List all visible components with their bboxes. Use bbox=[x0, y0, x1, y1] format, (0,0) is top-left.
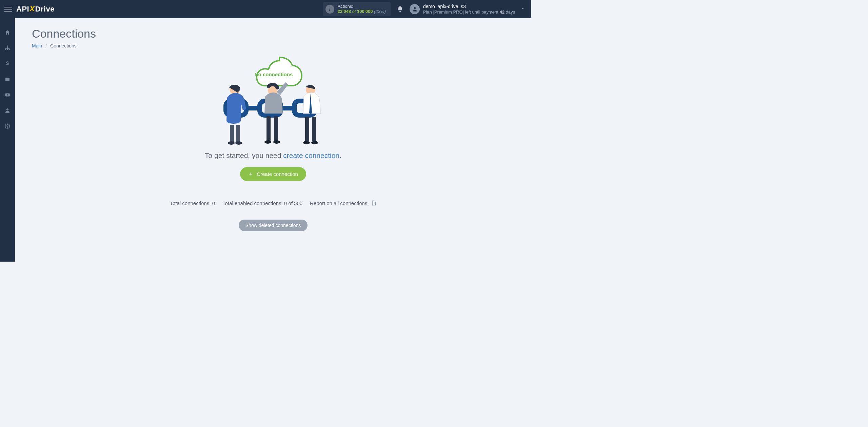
logo-part-api: API bbox=[16, 5, 29, 14]
svg-rect-26 bbox=[312, 117, 316, 141]
svg-point-6 bbox=[6, 108, 8, 110]
svg-point-27 bbox=[303, 141, 310, 144]
create-connection-button[interactable]: ＋ Create connection bbox=[240, 167, 306, 181]
create-connection-link[interactable]: create connection bbox=[283, 151, 339, 159]
cloud-text: No connections bbox=[254, 72, 293, 77]
stat-report: Report on all connections: bbox=[310, 200, 376, 206]
user-plan: Plan |Premium PRO| left until payment 42… bbox=[423, 9, 515, 15]
actions-text: Actions: 22'048 of 100'000 (22%) bbox=[338, 4, 386, 14]
svg-rect-21 bbox=[274, 116, 278, 141]
sidebar-item-help[interactable] bbox=[0, 121, 15, 131]
stat-enabled: Total enabled connections: 0 of 500 bbox=[222, 200, 302, 206]
svg-rect-1 bbox=[7, 46, 8, 47]
svg-point-23 bbox=[273, 140, 280, 144]
svg-rect-15 bbox=[230, 125, 234, 142]
svg-point-18 bbox=[235, 141, 242, 145]
logo-part-x: X bbox=[29, 4, 35, 13]
empty-illustration: No connections bbox=[216, 55, 331, 150]
svg-rect-2 bbox=[5, 49, 6, 50]
user-name: demo_apix-drive_s3 bbox=[423, 4, 515, 9]
actions-usage-box[interactable]: i Actions: 22'048 of 100'000 (22%) bbox=[323, 2, 391, 16]
document-icon[interactable] bbox=[371, 200, 376, 206]
breadcrumb-current: Connections bbox=[50, 43, 77, 48]
actions-used: 22'048 bbox=[338, 9, 351, 14]
svg-point-22 bbox=[264, 140, 271, 144]
sidebar-item-briefcase[interactable] bbox=[0, 75, 15, 84]
actions-label: Actions: bbox=[338, 4, 386, 9]
report-label: Report on all connections: bbox=[310, 200, 369, 206]
stats-row: Total connections: 0 Total enabled conne… bbox=[32, 200, 514, 206]
empty-lead-text: To get started, you need create connecti… bbox=[32, 151, 514, 160]
actions-percent: (22%) bbox=[374, 9, 386, 14]
page-title: Connections bbox=[32, 27, 514, 40]
sidebar-item-video[interactable] bbox=[0, 90, 15, 100]
info-icon: i bbox=[326, 5, 334, 14]
notifications-button[interactable] bbox=[397, 6, 403, 13]
svg-rect-25 bbox=[305, 117, 309, 141]
breadcrumb-separator: / bbox=[45, 43, 47, 48]
svg-rect-3 bbox=[7, 49, 8, 50]
breadcrumb-main-link[interactable]: Main bbox=[32, 43, 42, 48]
sidebar-item-account[interactable] bbox=[0, 106, 15, 115]
user-avatar-icon bbox=[410, 4, 420, 14]
stat-total: Total connections: 0 bbox=[170, 200, 215, 206]
plus-icon: ＋ bbox=[248, 171, 253, 177]
svg-point-17 bbox=[228, 141, 235, 145]
svg-rect-4 bbox=[9, 49, 10, 50]
sidebar-item-connections[interactable] bbox=[0, 43, 15, 53]
empty-state: No connections bbox=[32, 55, 514, 231]
create-connection-button-label: Create connection bbox=[257, 171, 298, 177]
logo[interactable]: APIXDrive bbox=[16, 5, 55, 14]
sidebar bbox=[0, 18, 15, 262]
sidebar-item-billing[interactable] bbox=[0, 59, 15, 68]
breadcrumb: Main / Connections bbox=[32, 43, 514, 48]
svg-point-8 bbox=[7, 127, 8, 128]
user-menu-caret[interactable] bbox=[518, 6, 527, 12]
main-content: Connections Main / Connections No connec… bbox=[15, 18, 531, 262]
show-deleted-button[interactable]: Show deleted connections bbox=[239, 220, 308, 231]
svg-point-28 bbox=[311, 141, 318, 144]
logo-part-drive: Drive bbox=[35, 5, 55, 14]
svg-rect-16 bbox=[236, 125, 240, 142]
sidebar-item-home[interactable] bbox=[0, 28, 15, 37]
user-text: demo_apix-drive_s3 Plan |Premium PRO| le… bbox=[423, 4, 515, 15]
actions-total: 100'000 bbox=[357, 9, 373, 14]
menu-toggle-button[interactable] bbox=[4, 5, 12, 13]
topbar: APIXDrive i Actions: 22'048 of 100'000 (… bbox=[0, 0, 531, 18]
user-menu[interactable]: demo_apix-drive_s3 Plan |Premium PRO| le… bbox=[410, 4, 515, 15]
svg-point-0 bbox=[414, 7, 416, 9]
svg-rect-20 bbox=[267, 116, 271, 141]
actions-of: of bbox=[352, 9, 356, 14]
